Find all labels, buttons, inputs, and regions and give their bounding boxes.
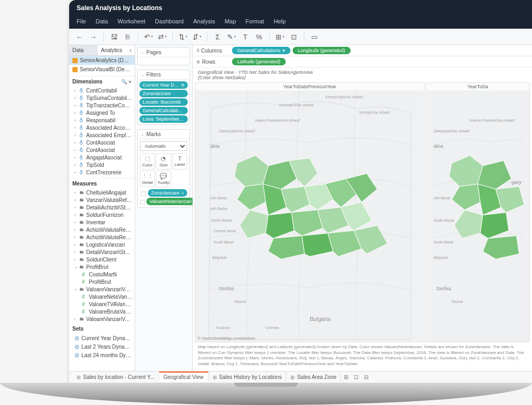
nav-back-button[interactable]: ← <box>73 31 85 43</box>
sort-desc-button[interactable]: ⇵ <box>191 31 203 43</box>
fit-dropdown[interactable]: ⊞ <box>274 31 286 43</box>
new-worksheet-button[interactable]: ⊞ <box>341 373 351 382</box>
marks-pill[interactable]: ZonaVanzare≡ <box>148 189 187 197</box>
sort-asc-button[interactable]: ⇅ <box>177 31 189 43</box>
dimension-item[interactable]: ›♁ContAsociat <box>69 139 135 146</box>
new-dashboard-button[interactable]: ⊡ <box>351 373 361 382</box>
marks-tooltip-button[interactable]: 💬Tooltip <box>156 171 171 187</box>
dimension-item[interactable]: ›♁TipSumaContabilitate <box>69 94 135 102</box>
measure-folder[interactable]: ›🖿SolduriFurnizori <box>69 211 135 218</box>
sheet-tab[interactable]: ⊞Sales History by Locations <box>209 373 287 382</box>
measure-item[interactable]: #ValoareNetaVanzariV... <box>69 293 135 300</box>
redo-button[interactable]: ⇄ <box>156 31 168 43</box>
datasource-label: SeniorAnalytics (Dem... <box>80 57 131 63</box>
highlight-button[interactable]: ✎ <box>226 31 237 43</box>
columns-shelf[interactable]: ⦀Columns GeneralCalculations▾ Longitude … <box>193 45 532 56</box>
datasource-item[interactable]: SeniorAnalytics (Dem... <box>69 56 135 65</box>
detail-icon: ⋮⋮ <box>141 173 154 180</box>
row-pill[interactable]: Latitude (generated) <box>232 58 286 65</box>
measure-folder[interactable]: ›🖿Inventar <box>69 218 135 226</box>
dimension-item[interactable]: ›♁AngajatAsociat <box>69 154 135 161</box>
datasource-item[interactable]: SeniorVisualBI (Demo... <box>69 65 135 74</box>
dimension-item[interactable]: ›♁Associated Account <box>69 124 135 131</box>
menu-analysis[interactable]: Analysis <box>193 18 215 24</box>
marks-type-select[interactable]: Automatic <box>140 141 187 151</box>
measure-item[interactable]: #ValoareBrutaVanzariV... <box>69 308 135 315</box>
filter-pill[interactable]: Luna: September, 2... <box>139 115 188 123</box>
menu-format[interactable]: Format <box>246 18 264 24</box>
map-right[interactable]: YearToDa <box>426 82 530 342</box>
totals-button[interactable]: Σ <box>212 31 223 43</box>
measure-folder[interactable]: ›🖿VanzariValutaReferinta... <box>69 196 135 204</box>
dimension-item[interactable]: ›♁TipTranzactieContabila <box>69 102 135 109</box>
measure-item[interactable]: #ProfitBrut <box>69 278 135 285</box>
column-pill[interactable]: GeneralCalculations▾ <box>232 47 290 54</box>
format-button[interactable]: % <box>253 31 265 43</box>
pages-shelf[interactable]: ⌄Pages <box>137 47 190 65</box>
marks-color-button[interactable]: ⬚Color <box>140 153 155 170</box>
new-datasource-button[interactable]: ⎘ <box>122 31 134 43</box>
measure-folder[interactable]: ›🖿CheltuieliAngajat <box>69 189 135 196</box>
marks-label-button[interactable]: TLabel <box>172 153 187 170</box>
size-icon: ◔ <box>157 155 170 162</box>
dimension-item[interactable]: ›♁ContAsociat <box>69 146 135 154</box>
dimension-item[interactable]: ›♁ContTrezorerie <box>69 168 135 176</box>
undo-button[interactable]: ↶ <box>143 31 154 43</box>
measure-folder[interactable]: ⌄🖿ProfitBrut <box>69 263 135 271</box>
marks-pill[interactable]: ValoareNetaVanzari <box>146 198 195 205</box>
search-icon[interactable]: 🔍 ▾ <box>121 79 131 85</box>
nav-forward-button[interactable]: → <box>87 31 99 43</box>
data-panel: Data Analytics ‹ SeniorAnalytics (Dem...… <box>69 45 135 371</box>
set-item[interactable]: ⊘Last 24 months Dynamic <box>69 351 135 359</box>
menu-help[interactable]: Help <box>273 18 286 24</box>
menu-file[interactable]: File <box>77 18 86 24</box>
data-tab[interactable]: Data <box>69 45 98 55</box>
measure-folder[interactable]: ›🖿LogisticaVanzari <box>69 241 135 248</box>
svg-text:akia: akia <box>210 143 220 149</box>
filter-pill[interactable]: GeneralCalculations <box>139 107 188 114</box>
rows-shelf[interactable]: ≡Rows Latitude (generated) <box>193 56 532 68</box>
measure-folder[interactable]: ›🖿AchizitiiValutaReferinta <box>69 233 135 241</box>
measure-folder[interactable]: ›🖿SolduriClient <box>69 256 135 263</box>
showme-button[interactable]: ⊡ <box>288 31 300 43</box>
filters-shelf[interactable]: ⌄Filters Current Year Dyn...⚙ ZonaVanzar… <box>137 70 190 125</box>
filter-pill[interactable]: ZonaVanzare <box>139 90 188 97</box>
sheet-tab[interactable]: Geografical View <box>159 372 208 382</box>
map-left[interactable]: YearToDatePreviousYear <box>195 82 425 342</box>
marks-detail-button[interactable]: ⋮⋮Detail <box>140 171 155 187</box>
filter-options-icon[interactable]: ⚙ <box>181 83 185 88</box>
filter-pill[interactable]: Locatie: Bucuresti <box>139 98 188 106</box>
new-story-button[interactable]: ⊟ <box>361 373 371 382</box>
measure-folder[interactable]: ›🖿DetaliiVanzari\Statistici <box>69 248 135 256</box>
menu-map[interactable]: Map <box>225 18 236 24</box>
set-item[interactable]: ⊘Last 2 Years Dynamic <box>69 342 135 351</box>
measure-item[interactable]: #ValoareTVAVanzariV... <box>69 300 135 308</box>
dimension-item[interactable]: ›♁ContContabil <box>69 87 135 94</box>
menu-worksheet[interactable]: Worksheet <box>118 18 145 24</box>
map-caption: Map based on Longitude (generated) and L… <box>193 342 532 371</box>
dimension-item[interactable]: ›♁Associated Employee <box>69 131 135 139</box>
presentation-button[interactable]: ▭ <box>309 31 320 43</box>
svg-text:Central Banat: Central Banat <box>214 229 236 233</box>
svg-text:Ivano-Frankivs'ka oblast': Ivano-Frankivs'ka oblast' <box>470 118 516 123</box>
set-item[interactable]: ⊘Current Year Dynamic <box>69 334 135 342</box>
filter-pill[interactable]: Current Year Dyn...⚙ <box>139 81 188 89</box>
sheet-tab[interactable]: ⊞Sales by location - Current Y... <box>72 373 159 382</box>
measure-folder[interactable]: ›🖿DetaliiAchizitii\Statist... <box>69 204 135 211</box>
measure-item[interactable]: #CostulMarfii <box>69 271 135 278</box>
dimension-item[interactable]: ›♁Responsabil <box>69 116 135 124</box>
text-button[interactable]: T <box>239 31 251 43</box>
menu-dashboard[interactable]: Dashboard <box>155 18 184 24</box>
dimension-item[interactable]: ›♁TipSold <box>69 161 135 168</box>
menu-data[interactable]: Data <box>96 18 108 24</box>
marks-size-button[interactable]: ◔Size <box>156 153 171 170</box>
collapse-panel-icon[interactable]: ‹ <box>127 45 135 55</box>
measure-folder[interactable]: ⌄🖿ValoareVanzariValutaD... <box>69 285 135 293</box>
save-button[interactable]: 🖫 <box>108 31 120 43</box>
column-pill[interactable]: Longitude (generated) <box>293 47 351 54</box>
sheet-tab[interactable]: ⊞Sales Area Zone <box>286 373 341 382</box>
dimension-item[interactable]: ›♁Assigned To <box>69 109 135 116</box>
measure-folder[interactable]: ›🖿AchizitiiValutaReferint... <box>69 226 135 233</box>
analytics-tab[interactable]: Analytics <box>98 45 127 55</box>
measure-folder[interactable]: ›🖿ValoareVanzariValutaR... <box>69 315 135 323</box>
